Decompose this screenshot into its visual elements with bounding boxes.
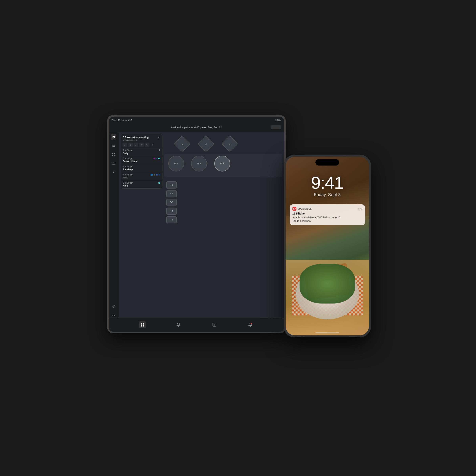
reservations-header: 5 Reservations waiting by requested time… [121, 134, 162, 142]
res-name-nick: Nick [123, 184, 160, 187]
patio-tables: P-1 P-2 P-3 P-4 P-5 [166, 181, 177, 223]
table-p4-rect[interactable]: P-4 [166, 207, 177, 215]
ipad-battery: 100% [275, 119, 281, 121]
bottom-nav-notify-button[interactable] [247, 321, 254, 328]
table-2-diamond[interactable]: 2 [197, 135, 214, 152]
svg-point-11 [113, 171, 114, 172]
sidebar-icon-pin[interactable] [111, 169, 116, 175]
scene: 4:30 PM Tue Sep 12 100% Assign this part… [99, 99, 377, 377]
svg-rect-2 [112, 146, 115, 147]
bottom-nav-list-button[interactable] [211, 321, 218, 328]
reservation-item-randeep[interactable]: 2 6:45 pm Randeep [121, 164, 162, 172]
notif-header: OPENTABLE now [292, 207, 362, 211]
svg-point-13 [113, 314, 114, 315]
table-1-diamond[interactable]: 1 [174, 135, 190, 152]
ipad-header-title: Assign this party for 6:45 pm on Tue, Se… [171, 126, 222, 129]
notif-app: OPENTABLE [292, 207, 312, 211]
res-count-randeep: 2 [123, 165, 124, 168]
svg-rect-17 [143, 325, 144, 326]
res-count-jarrod: 6 [123, 157, 124, 160]
table-p3-rect[interactable]: P-3 [166, 199, 177, 206]
svg-rect-1 [112, 146, 115, 146]
num-tab-1[interactable]: 1 [122, 143, 127, 147]
res-icon-grid-jarrod: ▦ [153, 157, 155, 159]
opentable-app-icon [292, 207, 296, 211]
table-3-diamond[interactable]: 3 [221, 135, 238, 152]
notif-time: now [358, 207, 362, 210]
res-icon-people-jake: 👥 [151, 174, 153, 176]
floor-area: 1 2 3 M-1 M-2 M-3 P-1 P-2 P-3 P-4 P-5 [164, 134, 282, 316]
ipad-status-bar: 4:30 PM Tue Sep 12 100% [109, 117, 284, 123]
num-tab-plus[interactable]: + [150, 143, 155, 147]
ipad-time: 4:30 PM Tue Sep 12 [112, 119, 132, 121]
ipad-header: Assign this party for 6:45 pm on Tue, Se… [109, 123, 284, 132]
sidebar-icon-home[interactable] [111, 134, 116, 140]
res-icon-fork-jake: 🍴 [153, 174, 155, 176]
ipad-bottom-nav [109, 318, 284, 332]
res-time-jarrod: 6:30 pm [125, 157, 133, 160]
svg-rect-7 [112, 162, 115, 164]
bottom-nav-bell-button[interactable] [175, 321, 182, 328]
res-time-jake: 6:45 pm [125, 173, 133, 176]
res-icon-list-jake: ▤ [158, 174, 160, 176]
assign-button[interactable] [271, 125, 281, 129]
reservation-item-nick[interactable]: 2 8:30 pm ⬤ Nick [121, 180, 162, 188]
reservations-close-button[interactable]: × [157, 136, 160, 139]
res-name-sally: Sally [123, 152, 160, 155]
iphone-top-bar [286, 157, 369, 167]
svg-rect-4 [114, 153, 115, 154]
reservations-title: 5 Reservations waiting [123, 136, 149, 139]
iphone-time: 9:41 [286, 173, 369, 193]
ipad-screen: 4:30 PM Tue Sep 12 100% Assign this part… [109, 117, 284, 332]
sidebar-icon-settings[interactable] [111, 304, 116, 309]
svg-rect-3 [112, 153, 113, 154]
svg-point-22 [251, 323, 252, 324]
res-name-jarrod: Jarrod Hume [123, 160, 160, 163]
res-count-sally: 2 [123, 149, 124, 152]
svg-rect-16 [141, 325, 142, 326]
table-p2-rect[interactable]: P-2 [166, 190, 177, 197]
res-icon-circle-nick: ⬤ [158, 182, 160, 184]
reservations-subtitle: by requested time [123, 139, 149, 141]
res-name-randeep: Randeep [123, 168, 160, 171]
notif-body: A table is available at 7:00 PM on June … [292, 216, 362, 223]
ipad-main: 5 Reservations waiting by requested time… [119, 132, 284, 318]
ipad-device: 4:30 PM Tue Sep 12 100% Assign this part… [107, 115, 286, 333]
table-p1-rect[interactable]: P-1 [166, 181, 177, 188]
res-icon-circle-jarrod: ⬤ [158, 157, 160, 159]
svg-rect-15 [143, 323, 144, 324]
opentable-icon-inner [293, 207, 296, 210]
res-icon-list-jarrod: ▤ [156, 157, 158, 159]
reservation-item-sally[interactable]: 2 6:30 pm 🍴 Sally [121, 148, 162, 156]
res-time-nick: 8:30 pm [125, 182, 133, 184]
res-count-jake: 4 [123, 173, 124, 176]
sidebar-icon-user[interactable] [111, 312, 116, 318]
num-tab-3[interactable]: 3 [134, 143, 138, 147]
num-tab-5[interactable]: 5 [145, 143, 150, 147]
reservation-item-jake[interactable]: 4 6:45 pm 👥 🍴 ▦ ▤ Jake [121, 172, 162, 180]
table-p5-rect[interactable]: P-5 [166, 216, 177, 223]
res-count-nick: 2 [123, 182, 124, 184]
res-time-sally: 6:30 pm [125, 149, 133, 152]
num-tab-2[interactable]: 2 [128, 143, 133, 147]
iphone-notification[interactable]: OPENTABLE now 19 Kitchen A table is avai… [290, 204, 365, 225]
sidebar-icon-list[interactable] [111, 143, 116, 149]
notif-app-name: OPENTABLE [298, 207, 312, 210]
svg-rect-5 [112, 155, 113, 156]
res-name-jake: Jake [123, 176, 160, 179]
table-m2-circle[interactable]: M-2 [191, 156, 207, 171]
table-m1-circle[interactable]: M-1 [168, 156, 184, 171]
ipad-sidebar [109, 132, 119, 318]
sidebar-icon-grid[interactable] [111, 152, 116, 157]
dynamic-island [315, 159, 339, 166]
num-tab-4[interactable]: 4 [139, 143, 144, 147]
bottom-nav-floor-button[interactable] [139, 321, 146, 328]
reservation-item-jarrod[interactable]: 6 6:30 pm ▦ ▤ ⬤ Jarrod Hume [121, 156, 162, 164]
iphone-device: 9:41 Friday, Sept 8 OPENTABLE now 19 Kit… [284, 155, 371, 337]
iphone-home-indicator [315, 332, 339, 333]
iphone-date: Friday, Sept 8 [286, 192, 369, 197]
table-m3-circle[interactable]: M-3 [214, 156, 230, 171]
sidebar-icon-calendar[interactable] [111, 160, 116, 166]
res-icon-box-jake: ▦ [156, 174, 158, 176]
res-icon-fork-sally: 🍴 [158, 149, 160, 151]
